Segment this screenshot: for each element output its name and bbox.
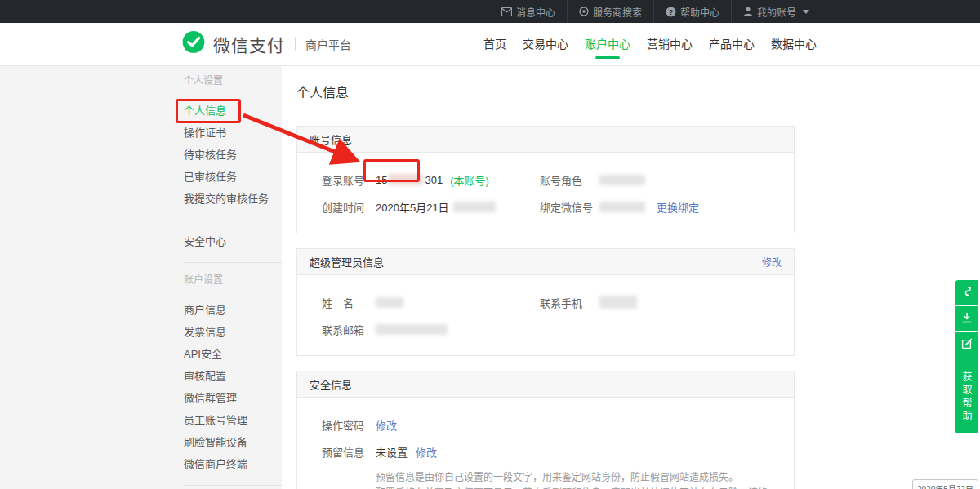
nav-product-center[interactable]: 产品中心 xyxy=(709,23,755,66)
sidebar-item-face-payment-device[interactable]: 刷脸智能设备 xyxy=(184,431,282,453)
main-content: 个人信息 账号信息 登录账号 15 301 (本账号) xyxy=(296,66,795,489)
user-icon xyxy=(743,7,753,16)
redacted-wechat-id xyxy=(599,202,645,212)
account-info-card: 账号信息 登录账号 15 301 (本账号) 账号角色 xyxy=(296,126,795,233)
sidebar-item-staff-account-management[interactable]: 员工账号管理 xyxy=(184,409,282,431)
redacted-login-digits xyxy=(389,174,423,185)
redacted-contact-email xyxy=(376,324,448,335)
sidebar-item-reviewed-tasks[interactable]: 已审核任务 xyxy=(184,166,282,188)
download-button[interactable] xyxy=(956,306,978,331)
redacted-admin-name xyxy=(376,297,403,308)
sidebar-item-merchant-info[interactable]: 商户信息 xyxy=(184,299,282,321)
reserved-desc-line: 配置后将在首页及充值页面显示。若未看到预留信息，表明当前访问的网站存在风险，请终… xyxy=(376,486,769,489)
redacted-contact-phone xyxy=(599,296,637,309)
redacted-account-role xyxy=(599,175,645,185)
sidebar-section-account-settings: 账户设置 xyxy=(184,273,282,287)
search-icon xyxy=(579,7,589,16)
hotline-button[interactable] xyxy=(956,280,978,305)
sidebar-item-operation-certificate[interactable]: 操作证书 xyxy=(184,122,282,144)
top-utility-bar: 消息中心 服务商搜索 ? 帮助中心 我的账号 xyxy=(0,0,980,23)
nav-data-center[interactable]: 数据中心 xyxy=(771,23,817,66)
sidebar-item-invoice-info[interactable]: 发票信息 xyxy=(184,321,282,343)
platform-name: 商户平台 xyxy=(305,36,351,52)
super-admin-card-title: 超级管理员信息 xyxy=(310,254,384,269)
help-icon: ? xyxy=(666,7,676,17)
reserved-desc-line: 预留信息是由你自己设置的一段文字，用来鉴定网站身份，防止假冒网站造成损失。 xyxy=(376,470,769,486)
date-tooltip: 2020年5月22日 xyxy=(912,479,978,489)
sidebar-item-api-security[interactable]: API安全 xyxy=(184,343,282,365)
main-header: 微信支付 商户平台 首页 交易中心 账户中心 营销中心 产品中心 数据中心 xyxy=(0,23,980,66)
sidebar-divider xyxy=(184,220,282,220)
redacted-created-detail xyxy=(453,202,496,212)
bound-wechat-label: 绑定微信号 xyxy=(540,199,599,215)
help-center-link[interactable]: ? 帮助中心 xyxy=(653,0,731,23)
nav-marketing-center[interactable]: 营销中心 xyxy=(647,23,693,66)
edit-reserved-info-link[interactable]: 修改 xyxy=(416,444,437,460)
security-info-card-title: 安全信息 xyxy=(310,376,352,392)
wechat-pay-logo-icon xyxy=(181,30,206,58)
sidebar-item-my-submitted-review-tasks[interactable]: 我提交的审核任务 xyxy=(184,188,282,210)
sidebar-item-wechat-merchant-terminal[interactable]: 微信商户终端 xyxy=(184,453,282,475)
my-account-label: 我的账号 xyxy=(757,5,796,19)
brand[interactable]: 微信支付 商户平台 xyxy=(181,30,351,58)
admin-name-label: 姓 名 xyxy=(322,295,376,310)
account-role-label: 账号角色 xyxy=(540,172,599,188)
service-provider-search-link[interactable]: 服务商搜索 xyxy=(567,0,653,23)
sidebar-section-personal-settings: 个人设置 xyxy=(184,73,282,88)
nav-home[interactable]: 首页 xyxy=(483,23,506,66)
my-account-menu[interactable]: 我的账号 xyxy=(731,0,821,23)
sidebar-item-review-config[interactable]: 审核配置 xyxy=(184,365,282,387)
service-provider-search-label: 服务商搜索 xyxy=(593,5,642,19)
nav-transaction-center[interactable]: 交易中心 xyxy=(523,23,568,66)
floating-help-panel: 获取帮助 xyxy=(956,280,978,433)
reserved-info-status: 未设置 xyxy=(376,444,408,460)
brand-name: 微信支付 xyxy=(213,32,285,56)
reserved-info-description: 预留信息是由你自己设置的一段文字，用来鉴定网站身份，防止假冒网站造成损失。 配置… xyxy=(376,470,769,489)
sidebar-divider xyxy=(184,262,282,263)
nav-account-center[interactable]: 账户中心 xyxy=(585,23,630,66)
contact-email-label: 联系邮箱 xyxy=(322,322,376,337)
sidebar-item-security-center[interactable]: 安全中心 xyxy=(184,230,282,252)
security-info-card: 安全信息 操作密码 修改 预留信息 未设置 修改 预留 xyxy=(296,371,795,489)
get-help-button[interactable]: 获取帮助 xyxy=(956,358,978,433)
created-time-label: 创建时间 xyxy=(322,199,376,215)
primary-nav: 首页 交易中心 账户中心 营销中心 产品中心 数据中心 xyxy=(483,23,980,66)
chevron-down-icon xyxy=(803,10,809,14)
super-admin-card: 超级管理员信息 修改 姓 名 联系手机 联系邮箱 xyxy=(296,248,795,356)
message-center-label: 消息中心 xyxy=(516,5,555,19)
edit-password-link[interactable]: 修改 xyxy=(376,417,397,433)
page-body: 个人设置 个人信息 操作证书 待审核任务 已审核任务 我提交的审核任务 安全中心… xyxy=(0,66,980,489)
brand-separator xyxy=(295,37,296,51)
help-center-label: 帮助中心 xyxy=(680,5,719,19)
change-binding-link[interactable]: 更换绑定 xyxy=(657,199,699,215)
feedback-icon xyxy=(961,338,973,353)
login-account-label: 登录账号 xyxy=(322,172,376,188)
sidebar-item-wechat-group-management[interactable]: 微信群管理 xyxy=(184,387,282,409)
mail-icon xyxy=(501,7,512,16)
account-info-card-title: 账号信息 xyxy=(310,131,352,147)
sidebar-divider xyxy=(184,485,282,486)
reserved-info-label: 预留信息 xyxy=(322,444,376,460)
current-account-tag: (本账号) xyxy=(450,172,489,188)
operation-password-label: 操作密码 xyxy=(322,417,376,433)
download-icon xyxy=(961,312,973,327)
sidebar-item-pending-review-tasks[interactable]: 待审核任务 xyxy=(184,144,282,166)
hotline-icon xyxy=(960,285,973,300)
message-center-link[interactable]: 消息中心 xyxy=(490,0,567,23)
svg-text:?: ? xyxy=(669,7,674,16)
feedback-button[interactable] xyxy=(956,332,978,358)
page-title: 个人信息 xyxy=(296,66,795,113)
created-time-value: 2020年5月21日 xyxy=(376,199,496,215)
sidebar-item-personal-info[interactable]: 个人信息 xyxy=(184,100,282,122)
sidebar: 个人设置 个人信息 操作证书 待审核任务 已审核任务 我提交的审核任务 安全中心… xyxy=(184,66,282,489)
login-account-value: 15 301 (本账号) xyxy=(376,172,489,188)
edit-admin-link[interactable]: 修改 xyxy=(762,255,782,269)
contact-phone-label: 联系手机 xyxy=(540,295,599,310)
